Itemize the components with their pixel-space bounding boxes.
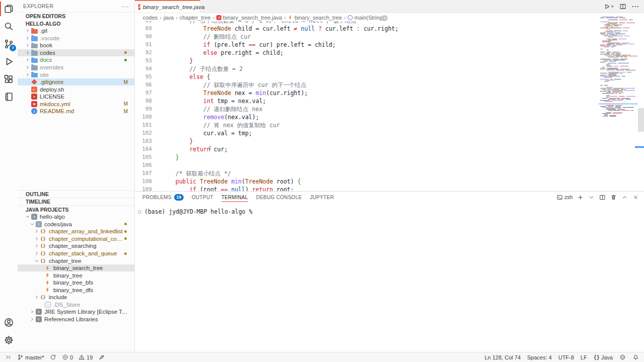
status-feedback[interactable]	[619, 354, 626, 360]
java-chapter-array-and-linkedlist[interactable]: {}chapter_array_and_linkedlist	[18, 228, 134, 235]
file-readme-md[interactable]: iREADME.mdM	[18, 108, 134, 115]
line-content: int tmp = nex.val;	[152, 97, 266, 105]
settings-gear-icon	[4, 335, 14, 345]
kill-terminal-button[interactable]	[610, 194, 617, 201]
folder-icon	[31, 73, 38, 78]
breadcrumb-codes[interactable]: codes	[143, 15, 157, 21]
panel-tab-terminal[interactable]: TERMINAL	[221, 192, 248, 203]
maximize-panel-button[interactable]	[621, 194, 628, 201]
terminal-dropdown-button[interactable]	[588, 194, 595, 201]
java-jre-system-library-eclipse-temurin-17-17[interactable]: ≡JRE System Library [Eclipse Temurin 17 …	[18, 308, 134, 316]
editor-scrollbar[interactable]	[638, 108, 644, 132]
line-number: 99	[135, 105, 152, 113]
panel-tab-problems[interactable]: PROBLEMS19	[142, 192, 184, 203]
status-cursor-position[interactable]: Ln 128, Col 74	[485, 354, 521, 360]
activity-bar-settings[interactable]	[0, 331, 18, 349]
java-binary-search-tree[interactable]: binary_search_tree	[18, 264, 134, 272]
panel-tab-debug-console[interactable]: DEBUG CONSOLE	[256, 192, 302, 203]
editor-more-actions-button[interactable]: ···	[632, 3, 639, 10]
close-icon[interactable]	[207, 4, 213, 10]
breadcrumb-java[interactable]: java	[164, 15, 174, 21]
run-button[interactable]: ∨	[603, 3, 614, 10]
status-eol[interactable]: LF	[581, 354, 587, 360]
file-vscode[interactable]: .vscode	[18, 35, 134, 42]
java-projects-section[interactable]: JAVA PROJECTS	[18, 205, 134, 213]
status-indentation[interactable]: Spaces: 4	[527, 354, 552, 360]
close-panel-button[interactable]	[632, 194, 639, 201]
file-codes[interactable]: codes	[18, 49, 134, 57]
terminal-prompt[interactable]: (base) jyd@JYD-MBP hello-algo %	[144, 208, 253, 215]
outline-section[interactable]: OUTLINE	[18, 190, 134, 198]
file-book[interactable]: book	[18, 42, 134, 49]
java-chapter-searching[interactable]: {}chapter_searching	[18, 242, 134, 250]
open-editors-section[interactable]: OPEN EDITORS	[18, 12, 134, 20]
editor-actions: ∨···	[603, 0, 639, 13]
git-status-dot	[124, 223, 127, 225]
java-ds-store[interactable]: .DS_Store	[18, 301, 134, 309]
file-git[interactable]: .git	[18, 27, 134, 35]
package-icon: {}	[40, 258, 46, 263]
workspace-root-section[interactable]: HELLO-ALGO	[18, 20, 134, 27]
file-deploy-sh[interactable]: >_deploy.sh	[18, 85, 134, 93]
status-git-branch[interactable]: master*	[17, 354, 44, 360]
java-binary-tree-dfs[interactable]: binary_tree_dfs	[18, 286, 134, 294]
new-terminal-button[interactable]	[577, 194, 584, 201]
status-label: master*	[25, 354, 44, 360]
more-actions-icon[interactable]: ···	[121, 3, 129, 10]
file-gitignore[interactable]: .gitignoreM	[18, 78, 134, 86]
breadcrumb-chapter-tree[interactable]: chapter_tree	[180, 15, 211, 21]
file-docs[interactable]: docs	[18, 56, 134, 64]
package-icon: {}	[40, 251, 46, 256]
activity-bar-notebook[interactable]	[0, 88, 18, 106]
status-encoding[interactable]: UTF-8	[558, 354, 574, 360]
class-icon	[288, 15, 293, 20]
status-remote-indicator[interactable]	[5, 354, 12, 360]
activity-bar-search[interactable]	[0, 18, 18, 35]
timeline-section[interactable]: TIMELINE	[18, 198, 134, 205]
breadcrumb-main-string[interactable]: main(String[])	[348, 15, 387, 21]
tab-binary-search-tree[interactable]: J binary_search_tree.java	[135, 0, 200, 13]
terminal-picker[interactable]: zsh	[556, 194, 573, 201]
file-license[interactable]: ≡LICENSE	[18, 93, 134, 101]
line-content: TreeNode child = cur.left ≠ null ? cur.l…	[152, 25, 398, 33]
file-overrides[interactable]: overrides	[18, 64, 134, 71]
line-content: }	[152, 153, 179, 161]
activity-bar-account[interactable]	[0, 314, 18, 331]
java-codes-java[interactable]: ≡codes/java	[18, 221, 134, 228]
java-chapter-tree[interactable]: {}chapter_tree	[18, 257, 134, 264]
pkgroot-icon: ≡	[36, 221, 42, 227]
java-binary-tree[interactable]: binary_tree	[18, 272, 134, 279]
breadcrumb-binary-search-tree[interactable]: binary_search_tree	[288, 15, 342, 21]
braces-icon: {}	[594, 354, 600, 360]
code-editor[interactable]: 88 // 当子结点数量 = 0 / 1 时， child = null / 该…	[135, 21, 599, 191]
status-java-status[interactable]	[98, 354, 105, 360]
status-problems-warnings[interactable]: 19	[78, 354, 93, 360]
file-mkdocs-yml[interactable]: Mmkdocs.ymlM	[18, 100, 134, 108]
mouse-ibeam-cursor	[208, 144, 212, 151]
split-terminal-button[interactable]	[599, 194, 606, 201]
java-hello-algo[interactable]: ≡hello-algo	[18, 213, 134, 221]
split-editor-button[interactable]	[619, 3, 626, 10]
status-sync-changes[interactable]	[50, 354, 56, 360]
panel-tab-jupyter[interactable]: JUPYTER	[310, 192, 334, 203]
file-site[interactable]: site	[18, 71, 134, 78]
git-status-dot	[124, 230, 127, 233]
license-icon: ≡	[31, 94, 37, 100]
activity-bar-explorer[interactable]	[0, 0, 18, 18]
java-referenced-libraries[interactable]: ≡Referenced Libraries	[18, 316, 134, 323]
java-chapter-computational-complexity[interactable]: {}chapter_computational_complexity	[18, 235, 134, 243]
breadcrumb-binary-search-tree-java[interactable]: Jbinary_search_tree.java	[216, 15, 282, 21]
activity-bar-run-and-debug[interactable]	[0, 53, 18, 70]
java-chapter-stack-and-queue[interactable]: {}chapter_stack_and_queue	[18, 250, 134, 257]
activity-bar-extensions[interactable]	[0, 70, 18, 88]
java-binary-tree-bfs[interactable]: binary_tree_bfs	[18, 279, 134, 287]
activity-bar-source-control[interactable]: 7	[0, 35, 18, 53]
status-notifications[interactable]	[632, 354, 639, 360]
java-projects-label: JAVA PROJECTS	[26, 207, 69, 213]
java-include[interactable]: {}include	[18, 294, 134, 301]
status-label: Spaces: 4	[527, 354, 552, 360]
status-language-mode[interactable]: {}Java	[594, 354, 613, 360]
panel-tab-output[interactable]: OUTPUT	[192, 192, 213, 203]
tree-item-label: README.md	[40, 108, 74, 114]
status-problems-errors[interactable]: 0	[62, 354, 73, 360]
